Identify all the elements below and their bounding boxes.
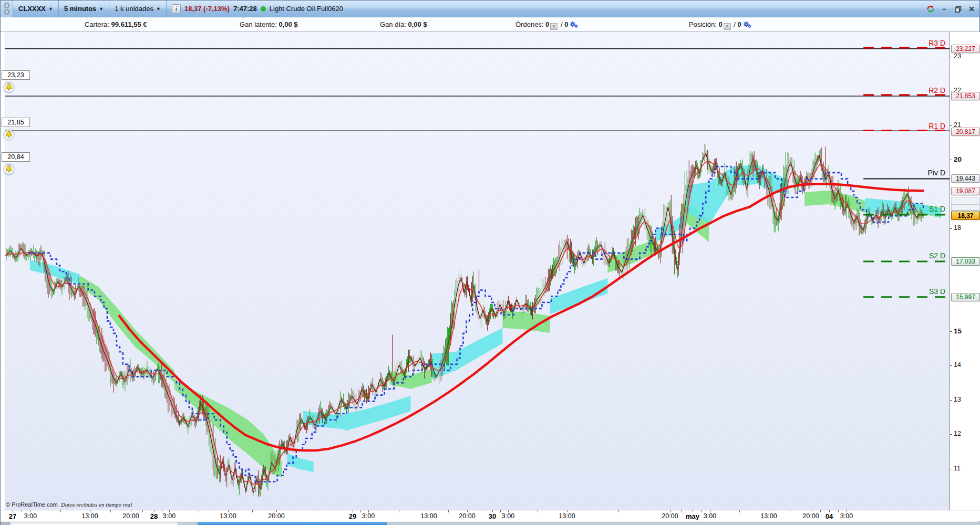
y-tick-mark <box>950 57 952 57</box>
trailing-stop-line <box>28 166 923 481</box>
cloud-cyan <box>30 260 80 285</box>
y-tick-mark <box>950 160 952 160</box>
fast-ma-line <box>5 161 923 485</box>
pivot-label: S3 D <box>929 287 945 296</box>
pivot-value-box: 19,443 <box>951 174 980 183</box>
instrument-name: Light Crude Oil Full0620 <box>270 5 343 13</box>
y-tick-mark <box>950 365 952 366</box>
chart-area: R3 DR2 DR1 DPiv DS1 DS2 DS3 D 2322212018… <box>1 32 980 510</box>
info-icon[interactable]: i <box>172 4 181 13</box>
alert-price-label[interactable]: 20,84 <box>2 152 30 162</box>
units-dropdown[interactable]: 1 k unidades ▼ <box>109 1 167 17</box>
time-tick-label: 29 <box>349 512 356 520</box>
pivot-label: R2 D <box>929 86 945 94</box>
quote-info: i 18,37 (-7,13%) 7:47:28 Light Crude Oil… <box>167 4 348 13</box>
ordenes-field: Órdenes: 0✕ / 0 <box>515 20 579 30</box>
y-tick-mark <box>950 331 952 332</box>
alert-bell-icon[interactable] <box>3 129 15 141</box>
close-position-icon[interactable]: ✕ <box>724 23 731 30</box>
close-button[interactable]: ✕ <box>967 4 976 14</box>
y-tick-label: 12 <box>954 430 961 437</box>
y-tick-mark <box>950 400 952 401</box>
time-tick-label: 3:00 <box>362 512 375 520</box>
alert-price-label[interactable]: 21,85 <box>2 118 30 127</box>
pivot-label: S2 D <box>929 251 945 260</box>
posicion-field: Posición: 0✕ / 0 <box>689 20 752 30</box>
link-chain-icon[interactable] <box>1 1 13 17</box>
cartera-field: Cartera: 99.611,55 € <box>85 20 147 28</box>
time-tick-label: 30 <box>489 512 496 520</box>
last-price: 18,37 (-7,13%) <box>184 5 230 13</box>
time-axis[interactable]: 273:0013:0020:00283:0013:0020:00293:0013… <box>1 510 980 521</box>
quote-time: 7:47:28 <box>233 5 257 13</box>
chevron-down-icon: ▼ <box>48 6 53 12</box>
chevron-down-icon: ▼ <box>156 6 161 12</box>
y-tick-label: 20 <box>954 155 962 163</box>
time-tick-label: 3:00 <box>163 512 176 520</box>
price-chart-canvas[interactable]: R3 DR2 DR1 DPiv DS1 DS2 DS3 D <box>5 32 950 510</box>
symbol-label: CLXXXX <box>18 5 46 13</box>
copyright-note: © ProRealTime.com Datos recibidos en tie… <box>6 501 132 508</box>
horizontal-scrollbar <box>1 522 980 525</box>
y-tick-label: 11 <box>954 465 961 472</box>
orders-settings-gear-icon[interactable] <box>569 21 579 30</box>
gan-dia-field: Gan día: 0,00 $ <box>380 20 427 28</box>
time-tick-label: 20:00 <box>662 512 678 520</box>
alert-price-label[interactable]: 23,23 <box>2 70 30 80</box>
alert-bell-icon[interactable] <box>3 164 15 175</box>
last-price-box: 18,37 <box>951 212 980 220</box>
time-tick-label: 20:00 <box>268 512 284 520</box>
time-tick-label: 27 <box>9 512 16 520</box>
ma-value-box: 19,087 <box>951 187 980 195</box>
pivot-value-box: 21,853 <box>951 92 980 100</box>
prorealtime-window: CLXXXX ▼ 5 minutos ▼ 1 k unidades ▼ i 18… <box>0 0 980 525</box>
timeframe-dropdown[interactable]: 5 minutos ▼ <box>59 1 109 17</box>
account-bar: Cartera: 99.611,55 € Gan latente: 0,00 $… <box>1 18 979 32</box>
time-tick-label: 13:00 <box>760 512 777 520</box>
time-tick-label: 3:00 <box>704 512 716 520</box>
y-tick-label: 23 <box>954 52 961 60</box>
minimize-button[interactable]: – <box>940 4 949 14</box>
scrollbar-left-cap <box>1 522 9 525</box>
time-tick-label: 13:00 <box>559 512 575 520</box>
cloud-cyan <box>287 453 314 472</box>
refresh-icon[interactable] <box>926 4 935 14</box>
time-tick-label: 20:00 <box>459 512 475 520</box>
window-titlebar: CLXXXX ▼ 5 minutos ▼ 1 k unidades ▼ i 18… <box>1 1 979 17</box>
time-tick-label: 3:00 <box>840 512 853 520</box>
time-tick-label: 3:00 <box>502 512 514 520</box>
y-tick-label: 13 <box>954 396 961 403</box>
pivot-value-box: 17,033 <box>951 257 980 266</box>
y-tick-label: 15 <box>954 327 962 335</box>
price-axis[interactable]: 2322212018151413121123,22721,85320,81719… <box>950 32 980 510</box>
cancel-orders-icon[interactable]: ✕ <box>550 23 558 30</box>
price-line <box>5 153 924 493</box>
pivot-label: R1 D <box>929 122 945 130</box>
window-controls: – ✕ <box>926 1 976 17</box>
units-label: 1 k unidades <box>115 5 153 13</box>
restore-button[interactable] <box>953 4 963 14</box>
pivot-value-box: 23,227 <box>951 45 980 53</box>
time-tick-label: may <box>686 512 699 520</box>
pivot-label: Piv D <box>928 169 945 177</box>
alert-bell-icon[interactable] <box>3 82 15 93</box>
position-settings-gear-icon[interactable] <box>742 21 752 30</box>
chevron-down-icon: ▼ <box>99 6 104 12</box>
market-open-dot-icon <box>261 6 266 12</box>
pivot-label: S1 D <box>929 205 945 213</box>
scrollbar-thumb[interactable] <box>198 522 387 525</box>
time-tick-label: 13:00 <box>81 512 98 520</box>
time-tick-label: 13:00 <box>420 512 437 520</box>
pivot-label: R3 D <box>929 39 945 47</box>
time-tick-label: 13:00 <box>220 512 236 520</box>
time-tick-label: 20:00 <box>802 512 819 520</box>
time-tick-label: 04 <box>826 512 833 520</box>
y-tick-mark <box>950 228 952 229</box>
pivot-value-box: 15,997 <box>951 293 980 301</box>
timeframe-label: 5 minutos <box>64 5 96 13</box>
pivot-value-box: 20,817 <box>951 128 980 136</box>
scrollbar-range-indicator <box>10 522 178 525</box>
symbol-dropdown[interactable]: CLXXXX ▼ <box>13 1 59 17</box>
y-tick-label: 18 <box>954 224 961 232</box>
cloud-cyan <box>550 278 607 314</box>
